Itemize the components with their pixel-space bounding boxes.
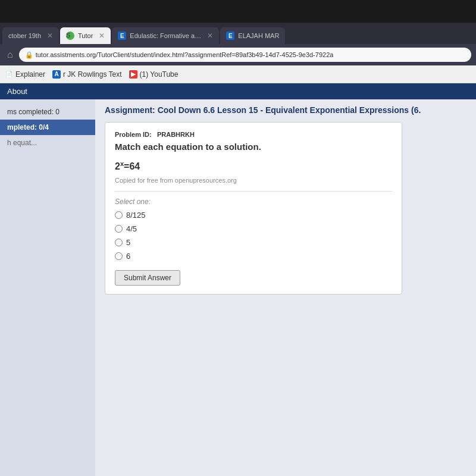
tab-edulastic-label: Edulastic: Formative and Summ — [130, 32, 201, 39]
problem-id-row: Problem ID: PRABHRKH — [115, 131, 392, 138]
problem-id-value: PRABHRKH — [157, 131, 195, 138]
tutor-favicon: S — [66, 32, 74, 40]
problem-card: Problem ID: PRABHRKH Match each equation… — [105, 122, 402, 295]
bookmarks-bar: 📄 Explainer A r JK Rowlings Text ▶ (1) Y… — [0, 65, 476, 83]
radio-4-5[interactable] — [115, 225, 123, 233]
explainer-favicon: 📄 — [5, 70, 13, 79]
address-bar[interactable]: 🔒 tutor.assistments.org/TutorClient/stud… — [19, 48, 471, 62]
tab-elajah-label: ELAJAH MAR — [238, 32, 279, 39]
about-bar: About — [0, 83, 476, 99]
lock-icon: 🔒 — [25, 51, 33, 59]
option-5[interactable]: 5 — [115, 238, 392, 247]
top-bar — [0, 0, 476, 23]
tab-tutor[interactable]: S Tutor ✕ — [60, 27, 111, 44]
option-4-5[interactable]: 4/5 — [115, 224, 392, 233]
tab-tutor-label: Tutor — [78, 32, 93, 39]
select-label: Select one: — [115, 198, 392, 206]
jk-rowlings-favicon: A — [52, 70, 61, 79]
bookmark-youtube-label: (1) YouTube — [140, 70, 178, 79]
edulastic-favicon: E — [118, 32, 126, 40]
submit-answer-button[interactable]: Submit Answer — [115, 270, 180, 286]
radio-5[interactable] — [115, 239, 123, 246]
tab-tutor-close[interactable]: ✕ — [99, 32, 105, 40]
sidebar-item-equat[interactable]: h equat... — [0, 135, 95, 151]
sidebar-item-mpleted[interactable]: mpleted: 0/4 — [0, 120, 95, 135]
option-8-125[interactable]: 8/125 — [115, 211, 392, 220]
about-label: About — [7, 87, 27, 96]
copied-text: Copied for free from openupresources.org — [115, 177, 392, 184]
url-text: tutor.assistments.org/TutorClient/studen… — [36, 51, 334, 58]
sidebar: ms completed: 0 mpleted: 0/4 h equat... — [0, 99, 95, 476]
main-content: Assignment: Cool Down 6.6 Lesson 15 - Eq… — [95, 99, 476, 476]
radio-group: 8/125 4/5 5 6 — [115, 211, 392, 261]
elajah-favicon: E — [226, 32, 234, 40]
equation-display: 2x=64 — [115, 160, 392, 172]
tab-bar: ctober 19th ✕ S Tutor ✕ E Edulastic: For… — [0, 23, 476, 44]
option-8-125-label: 8/125 — [126, 211, 146, 220]
divider — [115, 191, 392, 192]
page-area: About ms completed: 0 mpleted: 0/4 h equ… — [0, 83, 476, 476]
youtube-favicon: ▶ — [129, 70, 137, 79]
bookmark-explainer-label: Explainer — [15, 70, 45, 79]
problem-id-label: Problem ID: — [115, 131, 152, 138]
equation-equals: =64 — [124, 161, 140, 171]
tab-october[interactable]: ctober 19th ✕ — [2, 27, 59, 44]
bookmark-jk-rowlings[interactable]: A r JK Rowlings Text — [52, 70, 121, 79]
option-6[interactable]: 6 — [115, 252, 392, 261]
content-area: ms completed: 0 mpleted: 0/4 h equat... … — [0, 99, 476, 476]
problem-question: Match each equation to a solution. — [115, 142, 392, 152]
browser-chrome: ctober 19th ✕ S Tutor ✕ E Edulastic: For… — [0, 23, 476, 83]
home-button[interactable]: ⌂ — [5, 49, 15, 60]
tab-october-label: ctober 19th — [8, 32, 41, 39]
option-5-label: 5 — [126, 238, 130, 247]
option-4-5-label: 4/5 — [126, 224, 137, 233]
tab-edulastic-close[interactable]: ✕ — [207, 32, 213, 40]
address-bar-row: ⌂ 🔒 tutor.assistments.org/TutorClient/st… — [0, 44, 476, 65]
bookmark-jk-rowlings-label: r JK Rowlings Text — [63, 70, 121, 79]
option-6-label: 6 — [126, 252, 130, 261]
tab-edulastic[interactable]: E Edulastic: Formative and Summ ✕ — [112, 27, 219, 44]
bookmark-youtube[interactable]: ▶ (1) YouTube — [129, 70, 178, 79]
tab-elajah[interactable]: E ELAJAH MAR — [220, 27, 285, 44]
assignment-title: Assignment: Cool Down 6.6 Lesson 15 - Eq… — [105, 105, 466, 115]
radio-6[interactable] — [115, 252, 123, 260]
radio-8-125[interactable] — [115, 211, 123, 219]
tab-october-close[interactable]: ✕ — [47, 32, 53, 40]
bookmark-explainer[interactable]: 📄 Explainer — [5, 70, 45, 79]
equation-base: 2 — [115, 161, 120, 171]
sidebar-item-completed: ms completed: 0 — [0, 104, 95, 120]
